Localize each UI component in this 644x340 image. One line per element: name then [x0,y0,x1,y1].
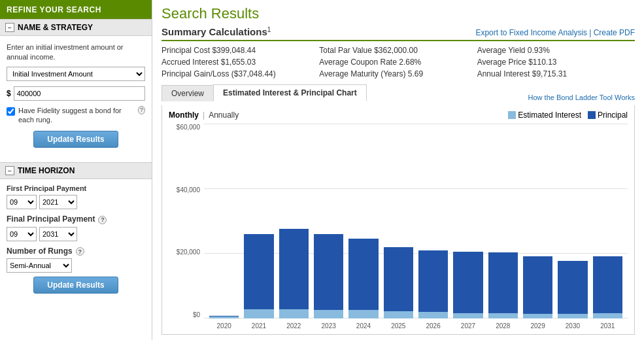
checkbox-help-icon[interactable]: ? [138,106,145,114]
stat-label: Accrued Interest [161,58,221,67]
final-payment-label-text: Final Principal Payment [7,214,95,224]
bar-group [590,124,625,318]
how-link[interactable]: How the Bond Ladder Tool Works [528,94,635,101]
bar-interest [593,313,622,318]
x-axis-label: 2028 [486,322,520,330]
stat-value: ($37,048.44) [231,69,276,78]
collapse-icon[interactable]: − [5,23,14,32]
stat-label: Principal Cost [161,46,212,55]
summary-title: Summary Calculations [161,26,267,37]
stat-label: Average Price [477,58,529,67]
bar-group [555,124,590,318]
time-horizon-content: First Principal Payment 0901020304050607… [0,179,152,307]
legend-interest-label: Estimated Interest [518,110,581,120]
sidebar: REFINE YOUR SEARCH − NAME & STRATEGY Ent… [0,0,152,340]
legend-principal-label: Principal [598,110,628,120]
investment-section: Enter an initial investment amount or an… [0,36,152,162]
stat-item: Average Maturity (Years) 5.69 [319,69,477,79]
stat-value: $9,715.31 [532,69,567,78]
page-title: Search Results [161,5,635,22]
tab-overview[interactable]: Overview [161,85,214,101]
x-axis-label: 2022 [277,322,311,330]
bar-principal [558,261,587,314]
bar-interest [418,312,448,318]
period-monthly[interactable]: Monthly [169,110,199,120]
stat-value: $362,000.00 [374,46,418,55]
bar-group [520,124,555,318]
stat-item: Principal Gain/Loss ($37,048.44) [161,69,319,79]
legend-principal-item: Principal [588,110,628,120]
bar-interest [384,311,413,318]
bar-group [416,124,450,318]
rungs-label: Number of Rungs ? [7,246,84,256]
x-axis-label: 2029 [520,322,555,330]
stat-label: Average Maturity (Years) [319,69,407,78]
create-pdf-link[interactable]: Create PDF [594,28,635,37]
bar-interest [244,309,273,318]
first-payment-label: First Principal Payment [7,184,145,192]
sidebar-header-label: REFINE YOUR SEARCH [7,5,101,14]
first-payment-row: 090102030405060708101112 202120202022202… [7,195,145,209]
final-payment-row: 090102030405060708101112 203120292030203… [7,227,145,241]
stat-label: Principal Gain/Loss [161,69,231,78]
rungs-help-icon[interactable]: ? [76,247,84,256]
bars-area: 2020202120222023202420252026202720282029… [204,124,628,332]
final-payment-month-select[interactable]: 090102030405060708101112 [7,227,37,241]
bar-interest [314,310,343,318]
dollar-symbol: $ [7,89,11,98]
summary-title-wrapper: Summary Calculations1 [161,26,271,37]
update-results-btn-2[interactable]: Update Results [33,277,118,294]
tabs: Overview Estimated Interest & Principal … [161,84,366,101]
x-axis-label: 2026 [416,322,450,330]
period-annually[interactable]: Annually [209,110,239,120]
bar-group [486,124,520,318]
investment-type-wrapper: Initial Investment Amount Annual Income [7,67,145,81]
bar-stack [488,252,518,318]
rungs-select[interactable]: Semi-AnnualAnnualMonthly [7,258,72,273]
x-axis-label: 2025 [381,322,416,330]
bar-principal [384,247,413,311]
first-payment-month-select[interactable]: 090102030405060708101112 [7,195,37,209]
stat-item: Accrued Interest $1,655.03 [161,57,319,67]
bar-interest [279,309,309,318]
stat-value: 2.68% [399,58,421,67]
stat-label: Average Coupon Rate [319,58,399,67]
stat-item: Principal Cost $399,048.44 [161,45,319,56]
tab-chart[interactable]: Estimated Interest & Principal Chart [213,84,367,101]
final-payment-year-select[interactable]: 20312029203020322033 [39,227,77,241]
export-link[interactable]: Export to Fixed Income Analysis [475,28,587,37]
final-payment-label: Final Principal Payment ? [7,214,145,224]
bar-interest [558,314,587,318]
main-content: Search Results Summary Calculations1 Exp… [152,0,644,340]
bar-group [381,124,416,318]
final-payment-help-icon[interactable]: ? [98,216,107,224]
bar-stack [348,239,378,318]
rungs-row: Number of Rungs ? Semi-AnnualAnnualMonth… [7,246,145,273]
investment-amount-input[interactable] [14,86,145,101]
summary-superscript: 1 [267,26,271,33]
y-axis-label: $40,000 [177,186,200,194]
legend-row: Estimated Interest Principal [508,110,628,120]
time-horizon-collapse-icon[interactable]: − [5,166,14,175]
stat-item: Average Price $110.13 [477,57,635,67]
stat-item: Annual Interest $9,715.31 [477,69,635,79]
bar-interest [348,310,378,318]
name-strategy-section[interactable]: − NAME & STRATEGY [0,19,152,36]
bar-principal [279,229,309,309]
update-results-btn-1[interactable]: Update Results [33,131,118,148]
first-payment-year-select[interactable]: 202120202022202320242025 [39,195,77,209]
fidelity-suggest-label: Have Fidelity suggest a bond for each ru… [18,106,133,125]
investment-type-select[interactable]: Initial Investment Amount Annual Income [7,67,145,81]
bar-stack [453,252,483,318]
fidelity-suggest-checkbox[interactable] [7,107,15,116]
period-tabs: Monthly | Annually [169,110,239,120]
bar-interest [453,313,483,318]
stats-grid: Principal Cost $399,048.44Total Par Valu… [161,45,635,79]
time-horizon-section[interactable]: − TIME HORIZON [0,162,152,179]
stat-value: $1,655.03 [221,58,256,67]
y-axis-label: $20,000 [177,248,200,256]
name-strategy-label: NAME & STRATEGY [18,23,93,32]
bar-group [346,124,381,318]
rungs-label-text: Number of Rungs [7,246,73,256]
bar-group [277,124,311,318]
